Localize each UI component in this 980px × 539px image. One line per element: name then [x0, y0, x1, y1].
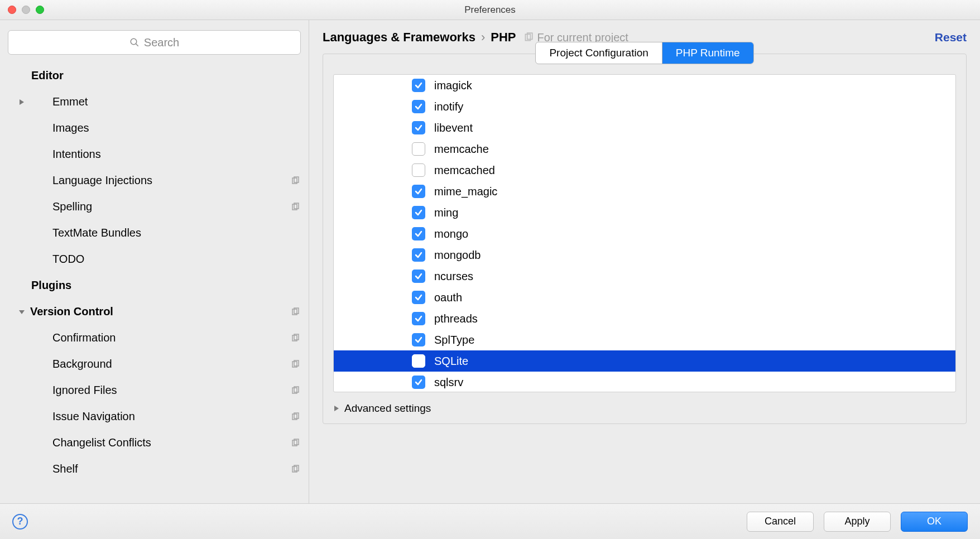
extension-row[interactable]: mongodb — [334, 244, 955, 266]
extension-row[interactable]: ncurses — [334, 266, 955, 287]
tabbar: Project Configuration PHP Runtime — [323, 42, 966, 64]
extension-row[interactable]: oauth — [334, 287, 955, 308]
project-scope-icon — [291, 386, 300, 395]
checkbox[interactable] — [412, 100, 425, 113]
sidebar-item-textmate-bundles[interactable]: TextMate Bundles — [0, 220, 309, 246]
sidebar-item-label: Issue Navigation — [52, 410, 135, 423]
svg-point-0 — [131, 38, 137, 45]
search-input[interactable]: Search — [8, 30, 301, 55]
ok-button[interactable]: OK — [901, 512, 968, 532]
advanced-settings-toggle[interactable]: Advanced settings — [323, 399, 966, 424]
titlebar: Preferences — [0, 0, 980, 20]
extension-row[interactable]: ming — [334, 202, 955, 223]
extensions-list[interactable]: imagickinotifylibeventmemcachememcachedm… — [333, 74, 956, 392]
extension-label: memcached — [434, 164, 495, 177]
checkbox[interactable] — [412, 79, 425, 92]
extension-row[interactable]: pthreads — [334, 308, 955, 329]
extension-row[interactable]: SplType — [334, 329, 955, 350]
sidebar-item-label: Spelling — [52, 200, 92, 213]
checkbox[interactable] — [412, 376, 425, 389]
sidebar-item-label: Changelist Conflicts — [52, 436, 151, 449]
project-scope-icon — [291, 465, 300, 474]
sidebar-item-language-injections[interactable]: Language Injections — [0, 167, 309, 194]
extension-label: imagick — [434, 79, 472, 92]
svg-marker-24 — [334, 406, 339, 411]
advanced-settings-label: Advanced settings — [344, 402, 431, 415]
project-scope-icon — [291, 203, 300, 211]
sidebar-item-shelf[interactable]: Shelf — [0, 456, 309, 482]
extension-label: ncurses — [434, 270, 473, 283]
extension-label: SplType — [434, 334, 474, 346]
sidebar-item-label: Ignored Files — [52, 384, 117, 397]
checkbox[interactable] — [412, 333, 425, 346]
sidebar-item-label: Version Control — [30, 305, 113, 318]
svg-marker-7 — [19, 310, 25, 314]
tab-php-runtime[interactable]: PHP Runtime — [662, 42, 753, 64]
checkbox[interactable] — [412, 354, 425, 368]
checkbox[interactable] — [412, 185, 425, 198]
svg-marker-2 — [20, 99, 24, 105]
body-area: Search Editor Emmet Images Intentions La… — [0, 20, 980, 503]
help-button[interactable]: ? — [12, 514, 28, 530]
chevron-right-icon — [333, 402, 340, 415]
sidebar-item-intentions[interactable]: Intentions — [0, 141, 309, 167]
extension-label: SQLite — [434, 355, 468, 368]
extension-label: inotify — [434, 100, 463, 113]
apply-button[interactable]: Apply — [824, 512, 891, 532]
project-scope-icon — [291, 334, 300, 343]
extension-label: mongodb — [434, 249, 481, 262]
sidebar-header-editor[interactable]: Editor — [0, 62, 309, 89]
extension-row[interactable]: imagick — [334, 75, 955, 96]
sidebar-item-confirmation[interactable]: Confirmation — [0, 325, 309, 351]
tab-project-configuration[interactable]: Project Configuration — [536, 42, 662, 64]
extension-row[interactable]: mongo — [334, 223, 955, 244]
sidebar-item-todo[interactable]: TODO — [0, 246, 309, 272]
footer: ? Cancel Apply OK — [0, 503, 980, 539]
sidebar-item-emmet[interactable]: Emmet — [0, 89, 309, 115]
main-panel: Languages & Frameworks › PHP For current… — [309, 20, 980, 503]
extension-label: oauth — [434, 291, 462, 304]
extension-label: mime_magic — [434, 185, 497, 198]
checkbox[interactable] — [412, 312, 425, 325]
sidebar-item-spelling[interactable]: Spelling — [0, 194, 309, 220]
search-icon — [129, 37, 140, 47]
sidebar-header-version-control[interactable]: Version Control — [0, 299, 309, 325]
chevron-down-icon — [17, 309, 27, 315]
checkbox[interactable] — [412, 270, 425, 283]
extension-label: libevent — [434, 122, 473, 134]
sidebar-item-label: Confirmation — [52, 331, 116, 344]
extension-label: memcache — [434, 143, 489, 156]
extension-row[interactable]: inotify — [334, 96, 955, 117]
extension-row[interactable]: sqlsrv — [334, 372, 955, 392]
extension-row[interactable]: memcached — [334, 160, 955, 181]
extension-row[interactable]: libevent — [334, 117, 955, 138]
extension-row[interactable]: mime_magic — [334, 181, 955, 202]
extension-label: pthreads — [434, 312, 478, 325]
sidebar-item-images[interactable]: Images — [0, 115, 309, 141]
checkbox[interactable] — [412, 291, 425, 304]
checkbox[interactable] — [412, 121, 425, 134]
chevron-right-icon — [17, 99, 27, 105]
sidebar-header-plugins[interactable]: Plugins — [0, 272, 309, 299]
sidebar-item-label: TextMate Bundles — [52, 227, 141, 239]
project-scope-icon — [291, 412, 300, 421]
checkbox[interactable] — [412, 163, 425, 177]
checkbox[interactable] — [412, 142, 425, 156]
sidebar-item-label: Intentions — [52, 148, 101, 161]
sidebar-item-changelist-conflicts[interactable]: Changelist Conflicts — [0, 430, 309, 456]
sidebar-item-label: Images — [52, 122, 89, 134]
extension-label: sqlsrv — [434, 376, 463, 389]
extension-row[interactable]: memcache — [334, 138, 955, 160]
sidebar-item-background[interactable]: Background — [0, 351, 309, 377]
sidebar: Search Editor Emmet Images Intentions La… — [0, 20, 309, 503]
checkbox[interactable] — [412, 227, 425, 240]
cancel-button[interactable]: Cancel — [747, 512, 814, 532]
checkbox[interactable] — [412, 206, 425, 219]
sidebar-item-label: Background — [52, 358, 112, 370]
extension-row[interactable]: SQLite — [334, 350, 955, 372]
sidebar-item-issue-navigation[interactable]: Issue Navigation — [0, 403, 309, 430]
sidebar-item-ignored-files[interactable]: Ignored Files — [0, 377, 309, 403]
checkbox[interactable] — [412, 248, 425, 262]
project-scope-icon — [291, 439, 300, 447]
sidebar-item-label: Language Injections — [52, 174, 152, 187]
